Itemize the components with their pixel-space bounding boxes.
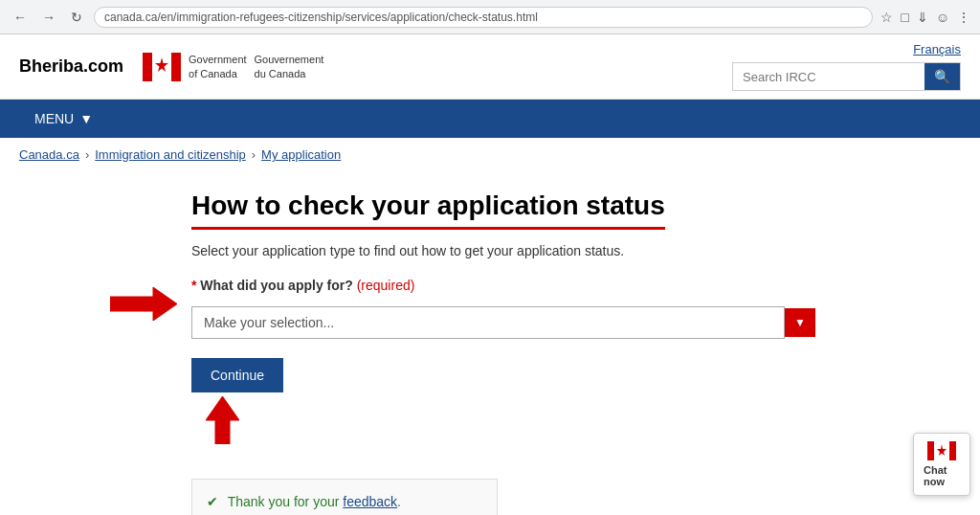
continue-section: Continue — [191, 358, 283, 412]
francais-link[interactable]: Français — [913, 42, 961, 56]
chat-now-button[interactable]: Chat now — [913, 433, 970, 496]
canadian-flag-icon — [143, 53, 181, 81]
breadcrumb-canada[interactable]: Canada.ca — [19, 147, 79, 162]
feedback-period: . — [397, 494, 401, 509]
gov-text: Government of Canada — [189, 53, 247, 80]
svg-rect-6 — [927, 441, 934, 460]
breadcrumb-myapp[interactable]: My application — [261, 147, 341, 162]
feedback-box: ✔ Thank you for your feedback. — [191, 479, 498, 515]
refresh-button[interactable]: ↻ — [67, 8, 86, 27]
main-content: How to check your application status Sel… — [0, 171, 861, 515]
download-icon[interactable]: ⇓ — [917, 10, 928, 25]
svg-marker-4 — [110, 287, 177, 321]
select-wrapper: Make your selection... ▼ — [191, 306, 842, 339]
chat-label: Chat now — [924, 464, 960, 487]
forward-button[interactable]: → — [38, 8, 59, 27]
right-arrow-indicator — [110, 287, 177, 324]
gov-text-fr: Gouvernement du Canada — [255, 53, 324, 80]
header-right: Français 🔍 — [732, 42, 961, 91]
menu-dots-icon[interactable]: ⋮ — [957, 10, 970, 25]
feedback-message: Thank you for your — [228, 494, 344, 509]
svg-rect-8 — [949, 441, 956, 460]
breadcrumb-sep1: › — [85, 147, 89, 162]
search-bar: 🔍 — [732, 62, 961, 91]
svg-marker-5 — [206, 396, 239, 444]
breadcrumb: Canada.ca › Immigration and citizenship … — [0, 138, 980, 171]
required-star: * — [191, 278, 196, 293]
check-icon: ✔ — [207, 494, 218, 509]
top-header: Bheriba.com Government of Canada Gouvern… — [0, 34, 980, 100]
url-bar[interactable]: canada.ca/en/immigration-refugees-citize… — [94, 7, 873, 28]
header-left: Bheriba.com Government of Canada Gouvern… — [19, 53, 323, 81]
cast-icon[interactable]: □ — [901, 10, 908, 25]
feedback-link[interactable]: feedback — [343, 494, 397, 509]
select-arrow-button[interactable]: ▼ — [785, 308, 815, 337]
up-arrow-indicator — [206, 396, 239, 447]
search-input[interactable] — [733, 65, 924, 89]
svg-rect-0 — [143, 53, 152, 81]
menu-button[interactable]: MENU ▼ — [19, 100, 108, 138]
select-placeholder: Make your selection... — [204, 315, 334, 330]
page-title: How to check your application status — [191, 190, 665, 230]
svg-rect-2 — [171, 53, 181, 81]
breadcrumb-immigration[interactable]: Immigration and citizenship — [95, 147, 246, 162]
gov-logo: Government of Canada Gouvernement du Can… — [143, 53, 323, 81]
form-label: * What did you apply for? (required) — [191, 278, 414, 293]
browser-bar: ← → ↻ canada.ca/en/immigration-refugees-… — [0, 0, 980, 34]
nav-bar: MENU ▼ — [0, 100, 980, 138]
required-text: (required) — [357, 278, 415, 293]
page-subtitle: Select your application type to find out… — [191, 243, 842, 258]
back-button[interactable]: ← — [10, 8, 31, 27]
search-button[interactable]: 🔍 — [924, 63, 960, 90]
bookmark-icon[interactable]: ☆ — [880, 10, 893, 25]
breadcrumb-sep2: › — [252, 147, 256, 162]
form-label-text: What did you apply for? — [200, 278, 356, 293]
chevron-down-icon: ▼ — [79, 111, 93, 126]
feedback-container: ✔ Thank you for your feedback. — [191, 479, 842, 515]
chat-flag-icon — [927, 441, 956, 460]
select-display[interactable]: Make your selection... — [191, 306, 785, 339]
form-section: * What did you apply for? (required) Mak… — [191, 278, 842, 339]
feedback-text: Thank you for your feedback. — [228, 494, 401, 509]
site-title: Bheriba.com — [19, 56, 123, 77]
profile-icon[interactable]: ☺ — [936, 10, 949, 25]
continue-button[interactable]: Continue — [191, 358, 283, 392]
